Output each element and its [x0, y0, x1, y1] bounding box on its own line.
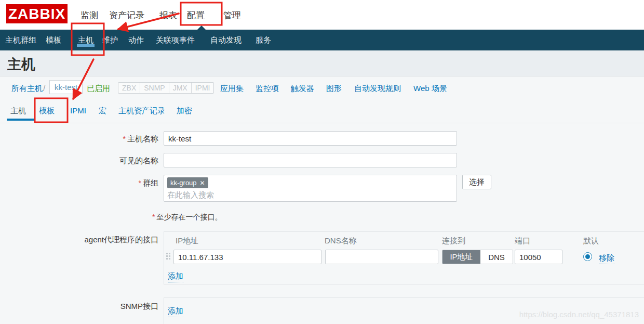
tab-row-border [0, 123, 644, 123]
top-header: ZABBIX 监测 资产记录 报表 配置 管理 [0, 0, 644, 30]
breadcrumb-host-name[interactable]: kk-test [49, 80, 83, 94]
agent-ip-input[interactable] [173, 250, 321, 264]
col-header-connect-to: 连接到 [442, 236, 465, 246]
breadcrumb-link-discovery-rules[interactable]: 自动发现规则 [354, 84, 401, 94]
main-nav-bar: 主机群组 模板 主机 维护 动作 关联项事件 自动发现 服务 [0, 30, 644, 50]
breadcrumb-all-hosts-link[interactable]: 所有主机 [11, 84, 43, 94]
radio-dot [585, 254, 590, 259]
agent-dns-input[interactable] [325, 250, 438, 264]
breadcrumb-link-graphs[interactable]: 图形 [326, 84, 342, 94]
breadcrumb-link-applications[interactable]: 应用集 [220, 84, 244, 94]
watermark-text: https://blog.csdn.net/qq_45371813 [519, 310, 639, 319]
snmp-interface-label: SNMP接口 [0, 302, 158, 312]
drag-handle-icon[interactable] [166, 253, 170, 260]
connect-to-toggle: IP地址 DNS [442, 250, 513, 264]
page-title: 主机 [7, 55, 35, 74]
chip-remove-icon[interactable]: ✕ [200, 179, 205, 187]
zabbix-host-config-page: ZABBIX 监测 资产记录 报表 配置 管理 主机群组 模板 主机 维护 动作… [0, 0, 644, 324]
interface-required-note: *至少存在一个接口。 [152, 213, 222, 222]
connect-to-ip-option[interactable]: IP地址 [442, 250, 480, 264]
tab-host-inventory[interactable]: 主机资产记录 [118, 106, 165, 116]
nav-item-templates[interactable]: 模板 [46, 30, 61, 50]
tab-host[interactable]: 主机 [10, 106, 26, 116]
col-header-dns: DNS名称 [325, 236, 357, 246]
default-interface-radio[interactable] [583, 252, 592, 261]
breadcrumb-link-triggers[interactable]: 触发器 [291, 84, 314, 94]
tab-encryption[interactable]: 加密 [177, 106, 192, 116]
top-nav-item-reports[interactable]: 报表 [159, 9, 177, 21]
nav-item-maintenance[interactable]: 维护 [102, 30, 118, 50]
nav-item-services[interactable]: 服务 [256, 30, 271, 50]
select-button[interactable]: 选择 [462, 175, 491, 189]
nav-item-host-groups[interactable]: 主机群组 [5, 30, 36, 50]
badge-ipmi: IPMI [191, 83, 214, 93]
required-marker: * [123, 135, 126, 143]
host-name-input[interactable] [164, 131, 457, 146]
top-nav-item-administration[interactable]: 管理 [223, 9, 241, 21]
host-status-enabled[interactable]: 已启用 [87, 84, 110, 94]
title-band: 主机 [0, 50, 644, 76]
group-chip-label: kk-group [170, 179, 197, 187]
groups-multiselect[interactable]: kk-group ✕ [164, 175, 457, 202]
badge-snmp: SNMP [140, 83, 168, 93]
col-header-port: 端口 [515, 236, 530, 246]
top-nav-item-monitoring[interactable]: 监测 [81, 9, 98, 21]
visible-name-input[interactable] [164, 153, 457, 167]
breadcrumb-separator: / [43, 84, 45, 93]
agent-interface-label: agent代理程序的接口 [0, 235, 158, 245]
groups-search-input[interactable] [167, 190, 425, 199]
agent-port-input[interactable] [515, 250, 562, 264]
top-nav-item-configuration[interactable]: 配置 [187, 9, 205, 21]
required-marker: * [152, 213, 155, 221]
tab-macros[interactable]: 宏 [99, 106, 106, 116]
col-header-default: 默认 [583, 236, 599, 246]
nav-item-event-correlation[interactable]: 关联项事件 [156, 30, 195, 50]
nav-active-indicator [77, 44, 95, 47]
top-nav-item-inventory[interactable]: 资产记录 [109, 9, 144, 21]
add-snmp-interface-link[interactable]: 添加 [168, 306, 183, 317]
remove-interface-link[interactable]: 移除 [599, 253, 614, 264]
tab-templates[interactable]: 模板 [39, 106, 55, 116]
agent-interface-container: IP地址 DNS名称 连接到 端口 默认 IP地址 DNS 移除 添加 [164, 231, 644, 284]
nav-item-actions[interactable]: 动作 [128, 30, 144, 50]
visible-name-label: 可见的名称 [0, 156, 158, 166]
nav-item-discovery[interactable]: 自动发现 [210, 30, 242, 50]
add-agent-interface-link[interactable]: 添加 [168, 271, 183, 282]
breadcrumb-link-items[interactable]: 监控项 [256, 84, 279, 94]
breadcrumb-link-web-scenarios[interactable]: Web 场景 [413, 84, 447, 94]
nav-item-hosts[interactable]: 主机 [78, 30, 93, 50]
selected-menu-caret-icon [197, 25, 206, 30]
tab-active-indicator [7, 119, 34, 121]
required-marker: * [139, 179, 141, 187]
group-chip: kk-group ✕ [167, 177, 208, 188]
badge-jmx: JMX [169, 83, 191, 93]
zabbix-logo[interactable]: ZABBIX [6, 4, 68, 23]
agent-availability-badges: ZBX SNMP JMX IPMI [118, 82, 214, 94]
groups-label: *群组 [0, 178, 158, 188]
tab-ipmi[interactable]: IPMI [70, 106, 86, 115]
host-name-label: *主机名称 [0, 134, 158, 144]
connect-to-dns-option[interactable]: DNS [480, 250, 513, 264]
col-header-ip: IP地址 [176, 236, 198, 246]
badge-zbx: ZBX [118, 83, 140, 93]
